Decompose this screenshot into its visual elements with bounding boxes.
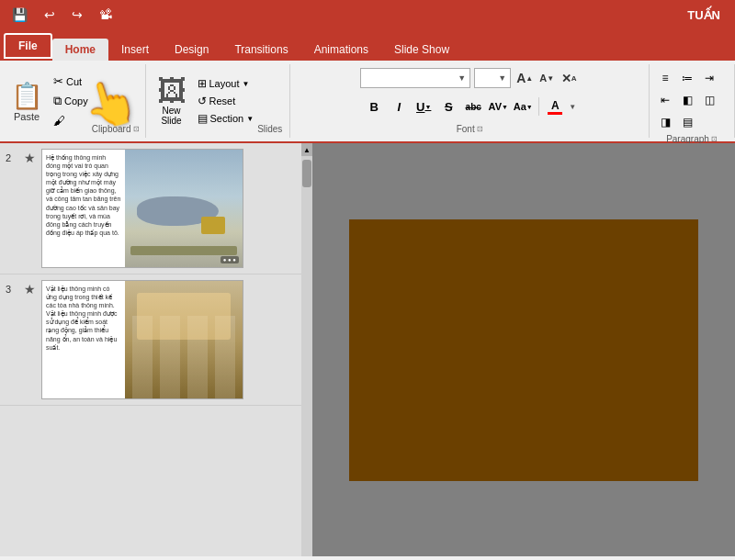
- bullets-button[interactable]: ≡: [655, 68, 675, 88]
- new-slide-button[interactable]: 🖼 NewSlide: [153, 74, 190, 128]
- clipboard-small-buttons: ✂ Cut ⧉ Copy 🖌: [50, 73, 92, 129]
- slide-star-2: ★: [24, 151, 36, 165]
- slide-number-2: 2: [6, 152, 18, 163]
- tab-slideshow[interactable]: Slide Show: [381, 39, 462, 61]
- font-expand-icon[interactable]: ⊡: [477, 125, 483, 133]
- cut-button[interactable]: ✂ Cut: [50, 73, 92, 90]
- font-name-dropdown[interactable]: ▼: [458, 73, 466, 83]
- slide-text-3: Vật liệu thông minh có ứng dụng trong th…: [42, 281, 125, 398]
- layout-arrow: ▼: [243, 80, 250, 88]
- char-spacing-button[interactable]: AV▼: [487, 95, 509, 118]
- tab-insert[interactable]: Insert: [108, 39, 162, 61]
- paragraph-expand-icon[interactable]: ⊡: [711, 135, 718, 143]
- align-center-button[interactable]: ◫: [699, 90, 719, 110]
- cut-label: Cut: [66, 76, 82, 87]
- scroll-thumb[interactable]: [302, 160, 311, 187]
- copy-button[interactable]: ⧉ Copy: [50, 92, 92, 110]
- font-color-bar: [548, 112, 562, 115]
- slide-thumbnail-3: Vật liệu thông minh có ứng dụng trong th…: [41, 280, 243, 399]
- slide-panel: 2 ★ Hệ thống thông minh đóng một vai trò…: [0, 143, 312, 556]
- justify-button[interactable]: ▤: [677, 112, 697, 132]
- align-left-button[interactable]: ◧: [677, 90, 697, 110]
- section-label: Section: [210, 113, 244, 124]
- ribbon: 📋 Paste ✂ Cut ⧉ Copy 🖌 Clipboard ⊡ 🖼 New…: [0, 61, 735, 143]
- font-divider: [538, 97, 539, 116]
- font-group: ▼ ▼ A▲ A▼ ✕A B I U▼ S abc AV▼ Aa▼ A: [290, 64, 650, 138]
- scroll-up-button[interactable]: ▲: [301, 143, 312, 156]
- slide-image-2: ● ● ●: [125, 150, 243, 267]
- copy-icon: ⧉: [53, 94, 62, 108]
- slide-item-2[interactable]: 2 ★ Hệ thống thông minh đóng một vai trò…: [0, 143, 312, 274]
- align-right-button[interactable]: ◨: [655, 112, 675, 132]
- font-size-buttons: A▲ A▼ ✕A: [514, 68, 579, 88]
- decrease-indent-button[interactable]: ⇤: [655, 90, 675, 110]
- reset-icon: ↺: [198, 95, 207, 107]
- clear-formatting-button[interactable]: ✕A: [559, 68, 579, 88]
- copy-label: Copy: [64, 95, 88, 106]
- font-size-box[interactable]: ▼: [474, 68, 511, 88]
- font-group-label: Font ⊡: [457, 122, 483, 134]
- new-slide-icon: 🖼: [157, 76, 187, 106]
- user-name: TUẤN: [687, 8, 720, 22]
- format-painter-button[interactable]: 🖌: [50, 112, 92, 129]
- layout-button[interactable]: ⊞ Layout ▼: [194, 76, 258, 91]
- present-button[interactable]: 📽: [95, 6, 117, 24]
- italic-button[interactable]: I: [388, 95, 410, 118]
- tab-design[interactable]: Design: [162, 39, 221, 61]
- ribbon-tabs: File Home Insert Design Transitions Anim…: [0, 29, 735, 61]
- ceiling-light: [137, 293, 231, 340]
- image-dots: ● ● ●: [220, 256, 239, 263]
- strikethrough-button[interactable]: S: [437, 95, 459, 118]
- paragraph-group: ≡ ≔ ⇥ ⇤ ◧ ◫ ◨ ▤ Paragraph ⊡: [650, 64, 735, 138]
- case-button[interactable]: Aa▼: [512, 95, 534, 118]
- new-slide-label: NewSlide: [161, 106, 181, 126]
- decrease-font-size-button[interactable]: A▼: [537, 68, 557, 88]
- increase-indent-button[interactable]: ⇥: [699, 68, 719, 88]
- airplane-scene: [125, 150, 243, 267]
- strikethrough-abc-button[interactable]: abc: [462, 95, 484, 118]
- slide-options: ⊞ Layout ▼ ↺ Reset ▤ Section ▼: [194, 76, 258, 126]
- increase-font-size-button[interactable]: A▲: [514, 68, 535, 88]
- runway: [130, 246, 236, 255]
- reset-label: Reset: [209, 95, 236, 106]
- font-size-dropdown[interactable]: ▼: [498, 73, 506, 83]
- bold-button[interactable]: B: [363, 95, 385, 118]
- slides-label: Slides: [257, 122, 282, 134]
- paste-button[interactable]: 📋 Paste: [6, 75, 48, 127]
- tab-file[interactable]: File: [4, 33, 52, 59]
- tab-transitions[interactable]: Transitions: [221, 39, 300, 61]
- clipboard-expand-icon[interactable]: ⊡: [133, 125, 140, 133]
- slide-star-3: ★: [24, 282, 36, 297]
- slide-item-3[interactable]: 3 ★ Vật liệu thông minh có ứng dụng tron…: [0, 274, 312, 406]
- font-color-button[interactable]: A: [544, 95, 566, 118]
- redo-button[interactable]: ↪: [67, 6, 87, 24]
- clipboard-group: 📋 Paste ✂ Cut ⧉ Copy 🖌 Clipboard ⊡: [0, 64, 146, 138]
- font-name-box[interactable]: ▼: [360, 68, 470, 88]
- layout-label: Layout: [209, 78, 240, 89]
- slides-group: 🖼 NewSlide ⊞ Layout ▼ ↺ Reset ▤ Section …: [146, 64, 291, 138]
- slide-number-3: 3: [6, 284, 18, 295]
- scissors-icon: ✂: [53, 74, 63, 88]
- canvas-area: [312, 143, 735, 556]
- section-icon: ▤: [198, 112, 208, 125]
- font-row2: B I U▼ S abc AV▼ Aa▼ A ▼: [363, 95, 576, 118]
- reset-button[interactable]: ↺ Reset: [194, 94, 258, 108]
- paste-icon: 📋: [11, 81, 43, 111]
- slide-text-2: Hệ thống thông minh đóng một vai trò qua…: [42, 150, 125, 267]
- tab-home[interactable]: Home: [52, 39, 108, 61]
- numbering-button[interactable]: ≔: [677, 68, 697, 88]
- interior-scene: [125, 281, 243, 398]
- layout-icon: ⊞: [198, 77, 207, 90]
- font-row1: ▼ ▼ A▲ A▼ ✕A: [360, 68, 579, 88]
- quick-access-toolbar: 💾 ↩ ↪ 📽: [7, 6, 117, 24]
- underline-button[interactable]: U▼: [413, 95, 435, 118]
- section-button[interactable]: ▤ Section ▼: [194, 111, 258, 126]
- scrollbar[interactable]: ▲: [301, 143, 312, 556]
- save-button[interactable]: 💾: [7, 6, 32, 24]
- tab-animations[interactable]: Animations: [301, 39, 381, 61]
- paragraph-buttons: ≡ ≔ ⇥ ⇤ ◧ ◫ ◨ ▤: [655, 68, 729, 132]
- undo-button[interactable]: ↩: [40, 6, 60, 24]
- format-painter-icon: 🖌: [53, 114, 65, 128]
- slide-canvas: [349, 219, 698, 481]
- font-color-dropdown[interactable]: ▼: [569, 103, 576, 111]
